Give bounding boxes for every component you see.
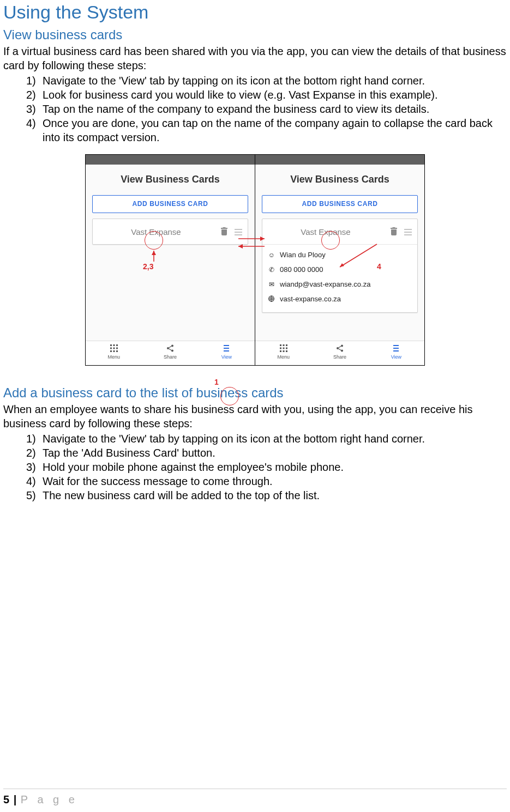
svg-rect-14 [286, 344, 287, 346]
page-number: 5 [3, 793, 9, 805]
phone-left: View Business Cards ADD BUSINESS CARD Va… [86, 155, 255, 365]
svg-point-9 [171, 345, 173, 347]
svg-rect-12 [280, 344, 281, 346]
phone-right: View Business Cards ADD BUSINESS CARD Va… [255, 155, 424, 365]
email-icon: ✉ [268, 281, 275, 289]
footer-divider: | [14, 793, 17, 805]
section2-intro: When an employee wants to share his busi… [3, 402, 507, 431]
svg-point-23 [341, 350, 343, 352]
tab-menu[interactable]: Menu [86, 341, 142, 365]
tab-menu[interactable]: Menu [255, 341, 311, 365]
footer-rule [3, 789, 507, 789]
company-name[interactable]: Vast Expanse [98, 227, 214, 238]
detail-phone-value: 080 000 0000 [280, 265, 323, 275]
detail-email: ✉ wiandp@vast-expanse.co.za [268, 277, 412, 292]
section2-step-2: Tap the 'Add Business Card' button. [26, 446, 507, 460]
phone-icon: ✆ [268, 266, 275, 275]
drag-handle-icon[interactable] [235, 225, 242, 239]
svg-rect-6 [110, 350, 112, 352]
business-card-expanded[interactable]: Vast Expanse ☺ Wian du Plooy [262, 219, 418, 313]
svg-rect-18 [280, 350, 281, 352]
section1-step-2: Look for business card you would like to… [26, 88, 507, 102]
svg-rect-3 [110, 348, 112, 349]
detail-person: ☺ Wian du Plooy [268, 248, 412, 263]
globe-icon: 🌐︎ [268, 295, 275, 304]
company-name[interactable]: Vast Expanse [268, 227, 383, 238]
bottom-nav: Menu Share View [86, 341, 255, 365]
screen-title: View Business Cards [93, 173, 247, 186]
trash-icon[interactable] [390, 225, 398, 239]
svg-rect-20 [286, 350, 287, 352]
section2-steps: Navigate to the 'View' tab by tapping on… [3, 432, 507, 502]
svg-rect-1 [113, 344, 115, 346]
page-label: P a g e [21, 793, 78, 805]
status-bar [86, 155, 255, 165]
section2-step-3: Hold your mobile phone against the emplo… [26, 460, 507, 474]
tab-menu-label: Menu [277, 354, 290, 360]
detail-person-value: Wian du Plooy [280, 251, 326, 260]
svg-point-21 [341, 345, 343, 347]
svg-rect-5 [116, 348, 118, 349]
screenshot-figure: View Business Cards ADD BUSINESS CARD Va… [85, 154, 425, 366]
page-title: Using the System [3, 0, 507, 24]
tab-view[interactable]: View [368, 341, 424, 365]
share-icon [311, 344, 368, 353]
svg-point-22 [337, 347, 339, 349]
business-card-collapsed[interactable]: Vast Expanse [92, 219, 248, 245]
person-icon: ☺ [268, 251, 275, 260]
detail-email-value: wiandp@vast-expanse.co.za [280, 280, 370, 289]
tab-share[interactable]: Share [142, 341, 198, 365]
detail-website-value: vast-expanse.co.za [280, 295, 341, 304]
section2-step-4: Wait for the success message to come thr… [26, 474, 507, 488]
svg-rect-19 [283, 350, 284, 352]
detail-phone: ✆ 080 000 0000 [268, 263, 412, 277]
tab-view[interactable]: View [199, 341, 255, 365]
svg-rect-13 [283, 344, 284, 346]
tab-share[interactable]: Share [311, 341, 368, 365]
tab-menu-label: Menu [107, 354, 120, 360]
svg-rect-0 [110, 344, 112, 346]
svg-rect-4 [113, 348, 115, 349]
svg-rect-17 [286, 348, 287, 349]
page-footer: 5 | P a g e [3, 789, 507, 807]
section-view-cards-heading: View business cards [3, 26, 507, 43]
svg-point-11 [171, 350, 173, 352]
svg-rect-7 [113, 350, 115, 352]
add-business-card-button[interactable]: ADD BUSINESS CARD [262, 195, 418, 214]
section1-step-4: Once you are done, you can tap on the na… [26, 116, 507, 144]
svg-point-10 [167, 347, 169, 349]
tab-view-label: View [391, 354, 401, 360]
svg-rect-16 [283, 348, 284, 349]
list-icon [199, 344, 255, 353]
svg-rect-2 [116, 344, 118, 346]
section1-step-1: Navigate to the 'View' tab by tapping on… [26, 74, 507, 88]
tab-view-label: View [221, 354, 232, 360]
list-icon [368, 344, 424, 353]
tab-share-label: Share [333, 354, 346, 360]
bottom-nav: Menu Share View [255, 341, 424, 365]
grid-icon [86, 344, 142, 353]
add-business-card-button[interactable]: ADD BUSINESS CARD [92, 195, 248, 214]
screen-title: View Business Cards [263, 173, 417, 186]
grid-icon [255, 344, 311, 353]
detail-website: 🌐︎ vast-expanse.co.za [268, 292, 412, 307]
svg-rect-15 [280, 348, 281, 349]
svg-rect-8 [116, 350, 118, 352]
share-icon [142, 344, 198, 353]
drag-handle-icon[interactable] [404, 225, 412, 239]
trash-icon[interactable] [220, 225, 228, 239]
section2-step-5: The new business card will be added to t… [26, 488, 507, 502]
tab-share-label: Share [164, 354, 177, 360]
section1-step-3: Tap on the name of the company to expand… [26, 102, 507, 116]
section1-intro: If a virtual business card has been shar… [3, 44, 507, 72]
section2-step-1: Navigate to the 'View' tab by tapping on… [26, 432, 507, 446]
section-add-card-heading: Add a business card to the list of busin… [3, 384, 507, 401]
section1-steps: Navigate to the 'View' tab by tapping on… [3, 74, 507, 144]
status-bar [255, 155, 424, 165]
